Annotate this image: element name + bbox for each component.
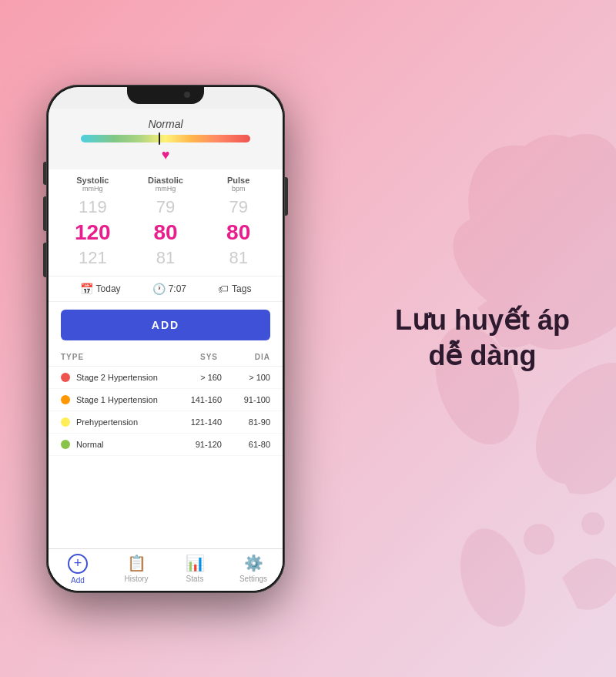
systolic-unit: mmHg	[56, 185, 129, 193]
row-dia: 61-80	[222, 440, 270, 449]
table-row: Stage 1 Hypertension 141-160 91-100	[49, 389, 283, 411]
clock-icon: 🕐	[152, 283, 166, 295]
prev-pulse: 79	[202, 197, 275, 217]
measure-headers: Systolic mmHg Diastolic mmHg Pulse bpm	[49, 176, 283, 193]
phone-device: Normal ♥ Systolic mmHg Diastolic	[46, 85, 285, 593]
table-row: Prehypertension 121-140 81-90	[49, 411, 283, 434]
volume-up-button	[43, 196, 46, 231]
curr-diastolic: 80	[129, 220, 203, 245]
prev-systolic: 119	[56, 197, 129, 217]
table-rows: Stage 2 Hypertension > 160 > 100 Stage 1…	[49, 367, 283, 456]
row-sys: > 160	[173, 373, 222, 382]
row-dot	[61, 373, 70, 382]
promo-line2: dễ dàng	[429, 340, 537, 372]
row-dia: 81-90	[222, 417, 270, 427]
tags-label: Tags	[232, 283, 251, 294]
row-dot	[61, 395, 70, 404]
tag-icon: 🏷	[218, 283, 229, 295]
time-label: 7:07	[169, 283, 186, 294]
diastolic-unit: mmHg	[129, 185, 203, 193]
col-dia: DIA	[218, 353, 270, 361]
phone-screen: Normal ♥ Systolic mmHg Diastolic	[49, 87, 283, 591]
col-type: TYPE	[61, 353, 166, 361]
promo-text-block: Lưu huyết áp dễ dàng	[395, 303, 570, 375]
nav-add-label: Add	[71, 576, 85, 585]
heart-icon: ♥	[162, 147, 170, 163]
nav-stats-label: Stats	[186, 575, 204, 583]
svg-point-4	[527, 223, 574, 270]
systolic-label: Systolic	[56, 176, 129, 185]
add-button[interactable]: ADD	[61, 310, 270, 340]
row-type: Stage 2 Hypertension	[76, 373, 173, 382]
notch	[127, 87, 204, 104]
volume-down-button	[43, 243, 46, 277]
systolic-header: Systolic mmHg	[56, 176, 129, 193]
row-dia: 91-100	[222, 395, 270, 404]
next-pulse: 81	[202, 248, 275, 268]
date-label: Today	[96, 283, 121, 294]
diastolic-header: Diastolic mmHg	[129, 176, 203, 193]
gauge-section: Normal ♥	[49, 109, 283, 169]
gauge-label: Normal	[148, 118, 182, 130]
row-dot	[61, 440, 70, 449]
promo-line1: Lưu huyết áp	[395, 304, 570, 336]
nav-history-label: History	[124, 575, 148, 583]
app-content: Normal ♥ Systolic mmHg Diastolic	[49, 109, 283, 591]
time-item[interactable]: 🕐 7:07	[152, 283, 186, 295]
svg-point-8	[581, 512, 604, 535]
row-dot	[61, 417, 70, 427]
prev-measure-row[interactable]: 119 79 79	[49, 196, 283, 219]
prev-diastolic: 79	[129, 197, 203, 217]
table-row: Stage 2 Hypertension > 160 > 100	[49, 367, 283, 389]
row-sys: 91-120	[173, 440, 222, 449]
date-item[interactable]: 📅 Today	[80, 283, 121, 295]
history-icon: 📋	[127, 554, 146, 572]
curr-measure-row[interactable]: 120 80 80	[49, 219, 283, 246]
col-sys: SYS	[166, 353, 218, 361]
power-button	[285, 177, 288, 216]
settings-icon: ⚙️	[244, 554, 263, 572]
nav-settings-label: Settings	[239, 575, 267, 583]
info-row: 📅 Today 🕐 7:07 🏷 Tags	[49, 276, 283, 302]
table-section: TYPE SYS DIA Stage 2 Hypertension > 160 …	[49, 348, 283, 548]
nav-history[interactable]: 📋 History	[107, 554, 166, 585]
add-nav-icon: +	[68, 554, 88, 574]
row-type: Normal	[76, 440, 173, 449]
gauge-needle	[159, 132, 160, 145]
row-dia: > 100	[222, 373, 270, 382]
next-systolic: 121	[56, 248, 129, 268]
row-type: Stage 1 Hypertension	[76, 395, 173, 404]
calendar-icon: 📅	[80, 283, 93, 295]
svg-point-9	[450, 521, 536, 634]
pulse-unit: bpm	[202, 185, 275, 193]
next-diastolic: 81	[129, 248, 203, 268]
nav-stats[interactable]: 📊 Stats	[166, 554, 224, 585]
next-measure-row[interactable]: 121 81 81	[49, 246, 283, 270]
table-header: TYPE SYS DIA	[49, 348, 283, 367]
row-sys: 141-160	[173, 395, 222, 404]
curr-pulse: 80	[202, 220, 275, 245]
row-type: Prehypertension	[76, 417, 173, 427]
curr-systolic: 120	[56, 220, 129, 245]
table-row: Normal 91-120 61-80	[49, 434, 283, 456]
nav-settings[interactable]: ⚙️ Settings	[224, 554, 283, 585]
mute-button	[43, 162, 46, 185]
measurement-section: Systolic mmHg Diastolic mmHg Pulse bpm	[49, 169, 283, 276]
bottom-nav: + Add 📋 History 📊 Stats ⚙️ Settings	[49, 548, 283, 591]
svg-point-7	[524, 524, 554, 555]
nav-add[interactable]: + Add	[49, 554, 107, 585]
diastolic-label: Diastolic	[129, 176, 203, 185]
stats-icon: 📊	[186, 554, 205, 572]
gauge-bar	[81, 135, 250, 142]
status-bar	[49, 87, 283, 109]
pulse-header: Pulse bpm	[202, 176, 275, 193]
row-sys: 121-140	[173, 417, 222, 427]
pulse-label: Pulse	[202, 176, 275, 185]
phone-frame: Normal ♥ Systolic mmHg Diastolic	[46, 85, 285, 593]
tags-item[interactable]: 🏷 Tags	[218, 283, 251, 295]
